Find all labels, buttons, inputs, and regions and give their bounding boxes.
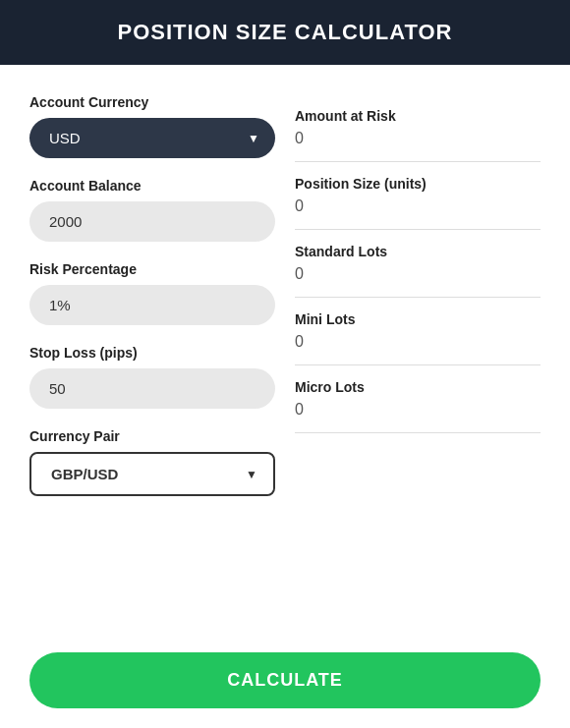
position-size-result: Position Size (units) 0 <box>295 162 541 230</box>
account-currency-label: Account Currency <box>29 94 275 110</box>
calculate-button[interactable]: CALCULATE <box>29 652 541 708</box>
calculator-grid: Account Currency USD EUR GBP JPY AUD CAD… <box>29 94 541 633</box>
micro-lots-label: Micro Lots <box>295 379 541 395</box>
currency-pair-field: Currency Pair GBP/USD EUR/USD USD/JPY US… <box>29 428 275 496</box>
account-balance-input[interactable] <box>29 201 275 242</box>
account-currency-wrapper: USD EUR GBP JPY AUD CAD CHF ▼ <box>29 118 275 158</box>
amount-at-risk-result: Amount at Risk 0 <box>295 94 541 162</box>
calculate-btn-wrapper: CALCULATE <box>29 652 541 708</box>
micro-lots-value: 0 <box>295 401 541 419</box>
account-balance-field: Account Balance <box>29 178 275 242</box>
standard-lots-result: Standard Lots 0 <box>295 230 541 298</box>
amount-at-risk-value: 0 <box>295 130 541 147</box>
standard-lots-value: 0 <box>295 265 541 283</box>
micro-lots-result: Micro Lots 0 <box>295 365 541 433</box>
standard-lots-label: Standard Lots <box>295 244 541 259</box>
stop-loss-input[interactable] <box>29 368 275 409</box>
mini-lots-label: Mini Lots <box>295 311 541 327</box>
mini-lots-value: 0 <box>295 333 541 351</box>
mini-lots-result: Mini Lots 0 <box>295 298 541 365</box>
left-column: Account Currency USD EUR GBP JPY AUD CAD… <box>29 94 275 633</box>
currency-pair-label: Currency Pair <box>29 428 275 444</box>
position-size-value: 0 <box>295 197 541 215</box>
stop-loss-field: Stop Loss (pips) <box>29 345 275 409</box>
account-balance-label: Account Balance <box>29 178 275 194</box>
position-size-label: Position Size (units) <box>295 176 541 192</box>
page-title: POSITION SIZE CALCULATOR <box>20 20 550 45</box>
risk-percentage-label: Risk Percentage <box>29 261 275 277</box>
account-currency-select[interactable]: USD EUR GBP JPY AUD CAD CHF <box>29 118 275 158</box>
right-column: Amount at Risk 0 Position Size (units) 0… <box>295 94 541 633</box>
page-header: POSITION SIZE CALCULATOR <box>0 0 570 65</box>
amount-at-risk-label: Amount at Risk <box>295 108 541 124</box>
stop-loss-label: Stop Loss (pips) <box>29 345 275 361</box>
currency-pair-wrapper: GBP/USD EUR/USD USD/JPY USD/CHF AUD/USD … <box>29 452 275 496</box>
risk-percentage-field: Risk Percentage <box>29 261 275 325</box>
main-content: Account Currency USD EUR GBP JPY AUD CAD… <box>0 65 570 728</box>
currency-pair-select[interactable]: GBP/USD EUR/USD USD/JPY USD/CHF AUD/USD … <box>31 454 273 494</box>
account-currency-field: Account Currency USD EUR GBP JPY AUD CAD… <box>29 94 275 158</box>
risk-percentage-input[interactable] <box>29 285 275 325</box>
